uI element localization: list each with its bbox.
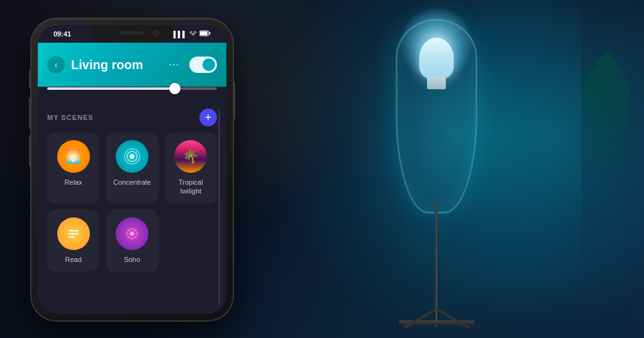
bulb [414, 25, 458, 79]
volume-up-button[interactable] [29, 97, 31, 129]
room-title: Living room [71, 58, 159, 72]
svg-rect-1 [209, 32, 211, 35]
scene-card-concentrate[interactable]: Concentrate [106, 133, 158, 204]
brightness-slider[interactable] [47, 80, 217, 96]
power-toggle[interactable] [189, 57, 217, 73]
scrollbar [218, 109, 220, 305]
more-button[interactable]: ··· [165, 56, 183, 74]
svg-rect-6 [69, 230, 79, 232]
status-time: 09:41 [53, 30, 71, 38]
scene-card-relax[interactable]: 🌅 Relax [47, 133, 99, 204]
scene-name-concentrate: Concentrate [113, 178, 151, 187]
phone-body: 09:41 ▌▌▌ [31, 19, 233, 320]
status-icons: ▌▌▌ [174, 30, 211, 38]
scene-name-soho: Soho [124, 255, 140, 264]
front-camera [153, 30, 159, 36]
more-icon: ··· [169, 59, 179, 70]
silent-switch[interactable] [29, 69, 31, 88]
power-button[interactable] [233, 82, 235, 119]
scenes-section-label: MY SCENES [47, 114, 94, 121]
scene-name-relax: Relax [65, 178, 82, 187]
scene-card-tropical-twilight[interactable]: 🌴 Tropical twilight [165, 133, 217, 204]
svg-point-5 [130, 154, 135, 159]
scene-icon-concentrate [116, 140, 148, 173]
toggle-knob [203, 58, 215, 71]
bulb-body [419, 38, 454, 79]
scene-icon-tropical: 🌴 [174, 140, 207, 173]
slider-thumb[interactable] [169, 83, 180, 94]
scenes-grid: 🌅 Relax Concentrate [38, 133, 226, 271]
add-scene-button[interactable]: + [199, 109, 217, 126]
battery-icon [199, 30, 211, 38]
volume-down-button[interactable] [29, 135, 31, 166]
relax-emoji: 🌅 [65, 149, 81, 164]
svg-rect-8 [69, 236, 75, 238]
scene-card-read[interactable]: Read [47, 210, 99, 271]
bulb-base [427, 77, 446, 89]
wifi-icon [189, 30, 197, 38]
scene-icon-relax: 🌅 [57, 140, 90, 173]
phone: 09:41 ▌▌▌ [31, 19, 233, 320]
svg-rect-2 [200, 31, 208, 35]
slider-track [47, 87, 217, 90]
scene-icon-soho [116, 217, 148, 250]
back-button[interactable]: ‹ [47, 56, 65, 74]
scenes-header: MY SCENES + [38, 99, 226, 133]
signal-icon: ▌▌▌ [174, 31, 187, 38]
soho-star-icon [123, 224, 142, 243]
phone-screen: 09:41 ▌▌▌ [38, 25, 226, 314]
tropical-emoji: 🌴 [183, 149, 199, 164]
scene-name-tropical-twilight: Tropical twilight [170, 178, 212, 196]
read-lines-icon [65, 225, 82, 243]
add-icon: + [205, 111, 212, 124]
svg-rect-7 [69, 233, 79, 235]
scene-icon-read [57, 217, 90, 250]
content-area: MY SCENES + 🌅 Relax [38, 99, 226, 314]
lamp-area [342, 0, 531, 338]
scene-name-read: Read [65, 255, 82, 264]
concentrate-rings-icon [123, 147, 142, 166]
lamp-stand-foot-left [403, 308, 437, 329]
speaker [119, 31, 145, 35]
back-icon: ‹ [55, 60, 58, 70]
scene-card-soho[interactable]: Soho [106, 210, 158, 271]
svg-point-14 [130, 232, 134, 236]
notch [91, 25, 173, 43]
lamp-stand-foot-right [436, 308, 470, 329]
slider-fill [47, 87, 175, 90]
